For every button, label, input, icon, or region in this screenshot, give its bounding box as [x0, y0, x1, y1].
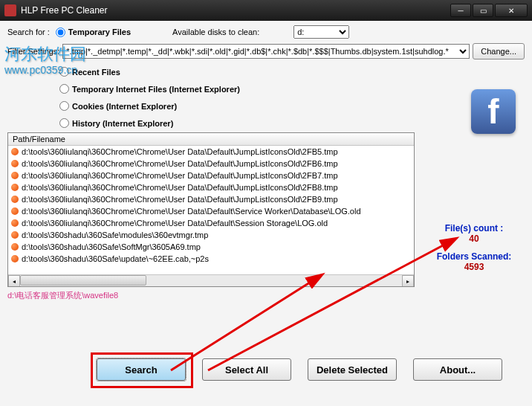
- search-button[interactable]: Search: [97, 358, 186, 381]
- file-row[interactable]: d:\tools\360shadu\360Safe\modules\360evt…: [8, 229, 414, 241]
- file-row[interactable]: d:\tools\360liulanqi\360Chrome\Chrome\Us…: [8, 181, 414, 193]
- radio-recent-files-label: Recent Files: [72, 68, 120, 77]
- radio-cookies[interactable]: Cookies (Internet Explorer): [59, 101, 525, 111]
- status-path: d:\电话客服管理系统\wavefile8: [7, 290, 525, 301]
- available-disks-label: Available disks to clean:: [172, 28, 259, 36]
- radio-recent-files-input[interactable]: [59, 67, 69, 77]
- radio-cookies-input[interactable]: [59, 101, 69, 111]
- radio-temporary-files-input[interactable]: [56, 28, 65, 37]
- close-button[interactable]: ✕: [495, 4, 528, 17]
- minimize-button[interactable]: ─: [450, 4, 471, 17]
- window-title: HLP Free PC Cleaner: [21, 5, 108, 16]
- radio-temporary-files-label: Temporary Files: [68, 28, 131, 36]
- filter-combobox[interactable]: *.tmp|*._detmp|*.temp|*._dd|*.wbk|*.sdi|…: [62, 44, 470, 59]
- folders-scanned-label: Folders Scanned:: [429, 251, 519, 262]
- radio-history[interactable]: History (Internet Explorer): [59, 118, 525, 128]
- app-icon: [4, 4, 16, 16]
- radio-temp-internet-files[interactable]: Temporary Internet Files (Internet Explo…: [59, 84, 525, 94]
- file-row[interactable]: d:\tools\360shadu\360Safe\update\~62EE.c…: [8, 253, 414, 265]
- file-status-icon: [11, 255, 19, 262]
- file-row[interactable]: d:\tools\360liulanqi\360Chrome\Chrome\Us…: [8, 146, 414, 158]
- maximize-button[interactable]: ▭: [473, 4, 493, 17]
- file-path: d:\tools\360liulanqi\360Chrome\Chrome\Us…: [22, 147, 338, 156]
- horizontal-scrollbar[interactable]: ◂ ▸: [8, 274, 414, 286]
- file-row[interactable]: d:\tools\360liulanqi\360Chrome\Chrome\Us…: [8, 170, 414, 181]
- file-status-icon: [11, 207, 19, 215]
- facebook-icon[interactable]: f: [471, 89, 516, 134]
- file-row[interactable]: d:\tools\360liulanqi\360Chrome\Chrome\Us…: [8, 205, 414, 217]
- file-path: d:\tools\360liulanqi\360Chrome\Chrome\Us…: [22, 219, 328, 228]
- file-row[interactable]: d:\tools\360liulanqi\360Chrome\Chrome\Us…: [8, 158, 414, 170]
- scroll-left-button[interactable]: ◂: [8, 275, 20, 287]
- file-path: d:\tools\360liulanqi\360Chrome\Chrome\Us…: [22, 183, 338, 192]
- radio-history-label: History (Internet Explorer): [72, 119, 173, 128]
- radio-history-input[interactable]: [59, 118, 69, 128]
- delete-selected-button[interactable]: Delete Selected: [308, 358, 397, 381]
- about-button[interactable]: About...: [413, 358, 502, 381]
- search-for-label: Search for :: [7, 28, 50, 36]
- change-button[interactable]: Change...: [473, 43, 525, 59]
- scroll-track[interactable]: [20, 275, 402, 286]
- radio-temp-internet-files-label: Temporary Internet Files (Internet Explo…: [72, 85, 240, 94]
- file-row[interactable]: d:\tools\360liulanqi\360Chrome\Chrome\Us…: [8, 217, 414, 229]
- file-path: d:\tools\360shadu\360Safe\update\~62EE.c…: [22, 254, 209, 263]
- file-status-icon: [11, 160, 19, 167]
- file-status-icon: [11, 196, 19, 203]
- list-header[interactable]: Path/Filename: [8, 133, 414, 146]
- folders-scanned-value: 4593: [429, 262, 519, 272]
- file-status-icon: [11, 172, 19, 179]
- scroll-thumb[interactable]: [20, 275, 146, 286]
- file-path: d:\tools\360liulanqi\360Chrome\Chrome\Us…: [22, 195, 338, 204]
- file-row[interactable]: d:\tools\360shadu\360Safe\SoftMgr\3605A6…: [8, 241, 414, 253]
- radio-cookies-label: Cookies (Internet Explorer): [72, 102, 177, 111]
- file-path: d:\tools\360shadu\360Safe\SoftMgr\3605A6…: [22, 242, 201, 251]
- file-status-icon: [11, 184, 19, 191]
- file-path: d:\tools\360liulanqi\360Chrome\Chrome\Us…: [22, 159, 338, 168]
- file-status-icon: [11, 148, 19, 155]
- scroll-right-button[interactable]: ▸: [402, 275, 414, 287]
- file-path: d:\tools\360liulanqi\360Chrome\Chrome\Us…: [22, 207, 361, 216]
- file-path: d:\tools\360liulanqi\360Chrome\Chrome\Us…: [22, 171, 338, 180]
- file-status-icon: [11, 243, 19, 251]
- select-all-button[interactable]: Select All: [202, 358, 291, 381]
- files-count-label: File(s) count :: [429, 223, 519, 233]
- radio-temporary-files[interactable]: Temporary Files: [56, 28, 131, 37]
- filter-settings-label: Filter Settings:: [7, 47, 59, 56]
- radio-recent-files[interactable]: Recent Files: [59, 67, 525, 77]
- file-status-icon: [11, 231, 19, 239]
- disk-select[interactable]: d:: [293, 25, 349, 39]
- files-count-value: 40: [429, 233, 519, 244]
- file-list[interactable]: Path/Filename d:\tools\360liulanqi\360Ch…: [7, 132, 415, 287]
- radio-temp-internet-files-input[interactable]: [59, 84, 69, 94]
- file-status-icon: [11, 219, 19, 227]
- file-path: d:\tools\360shadu\360Safe\modules\360evt…: [22, 231, 208, 239]
- file-row[interactable]: d:\tools\360liulanqi\360Chrome\Chrome\Us…: [8, 193, 414, 205]
